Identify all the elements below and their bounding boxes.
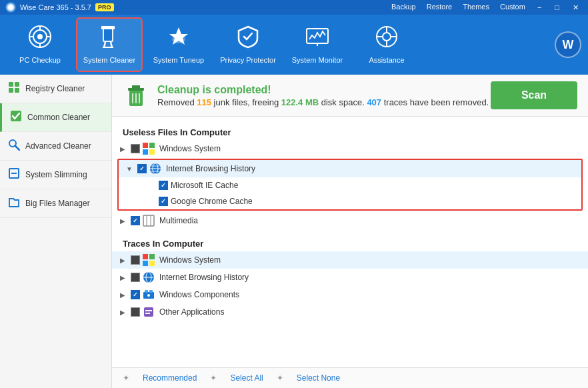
select-all-link[interactable]: Select All [230,373,263,383]
t-windows-system-label: Windows System [159,255,221,265]
svg-rect-53 [143,261,148,266]
useless-section-header: Useless Files In Computer [112,122,588,140]
internet-browsing-label: Internet Browsing History [166,164,255,173]
svg-rect-59 [145,290,148,293]
pro-badge: PRO [95,3,114,11]
tree-row[interactable]: ▶ Windows System [112,251,588,269]
tree-row[interactable]: ▶ ✓ Multimedia [112,212,588,229]
multimedia-label: Multimedia [159,216,198,225]
dot3: ✦ [277,373,283,383]
tree-row[interactable]: ▶ ✓ Google Chrome Cache [119,193,581,209]
junk-count: 115 [197,97,211,107]
svg-rect-15 [307,29,328,43]
backup-btn[interactable]: Backup [389,2,419,13]
t-internet-browsing-label: Internet Browsing History [159,273,249,282]
windows-system-label: Windows System [159,144,221,153]
system-cleaner-icon [97,25,121,52]
svg-rect-12 [101,26,115,29]
sidebar-item-common-cleaner[interactable]: Common Cleaner [0,103,111,132]
ie-cache-label: Microsoft IE Cache [171,181,238,190]
sidebar-label-advanced-cleaner: Advanced Cleaner [25,141,91,151]
svg-line-9 [104,42,105,47]
registry-cleaner-icon [8,81,20,96]
bottom-bar: ✦ Recommended ✦ Select All ✦ Select None [112,367,588,388]
expand-icon[interactable]: ▶ [117,255,128,265]
sidebar-label-common-cleaner: Common Cleaner [27,113,90,122]
expand-icon[interactable]: ▼ [124,163,135,174]
nav-item-system-tuneup[interactable]: System Tuneup [145,17,212,72]
svg-point-19 [383,33,391,41]
svg-rect-51 [143,254,148,259]
status-mid1: junk files, freeing [211,97,281,107]
sidebar-item-big-files-manager[interactable]: Big Files Manager [0,189,111,218]
svg-rect-26 [9,88,13,93]
dot1: ✦ [123,373,129,383]
assistance-icon [375,25,399,52]
t-other-apps-label: Other Applications [159,307,224,317]
nav-item-pc-checkup[interactable]: PC Checkup [7,17,73,72]
tree-row[interactable]: ▶ Other Applications [112,303,588,321]
tree-row[interactable]: ▶ ✓ Windows Components [112,286,588,303]
svg-rect-40 [149,143,155,148]
advanced-cleaner-icon [8,139,20,153]
expand-icon[interactable]: ▶ [117,289,128,300]
svg-rect-24 [9,82,13,87]
tree-row[interactable]: ▼ ✓ Internet Browsing History [119,160,581,177]
system-tuneup-icon [167,25,191,52]
svg-rect-8 [104,29,112,41]
expand-icon[interactable]: ▶ [117,307,128,317]
restore-btn[interactable]: Restore [424,2,455,13]
svg-rect-64 [145,313,150,314]
sidebar-label-registry-cleaner: Registry Cleaner [25,84,85,93]
svg-rect-60 [149,290,153,293]
nav-bar: PC Checkup System Cleaner System Tuneup [0,15,588,75]
system-slimming-icon [8,167,20,182]
dot2: ✦ [210,373,217,383]
big-files-icon [8,196,20,211]
system-monitor-icon [305,25,329,52]
sidebar-item-registry-cleaner[interactable]: Registry Cleaner [0,75,111,103]
minimize-btn[interactable]: − [533,2,545,13]
nav-item-assistance[interactable]: Assistance [353,17,420,72]
svg-rect-35 [132,85,140,89]
tree-row[interactable]: ▶ ✓ Microsoft IE Cache [119,177,581,193]
status-prefix: Removed [157,97,197,107]
expand-icon[interactable]: ▶ [117,272,128,283]
tree-row[interactable]: ▶ Internet Browsing History [112,269,588,286]
sidebar-item-advanced-cleaner[interactable]: Advanced Cleaner [0,132,111,161]
title-bar: Wise Care 365 - 3.5.7 PRO Backup Restore… [0,0,588,15]
expand-icon[interactable]: ▶ [117,215,128,226]
nav-label-system-tuneup: System Tuneup [153,56,204,65]
title-bar-left: Wise Care 365 - 3.5.7 PRO [5,2,114,13]
nav-label-pc-checkup: PC Checkup [19,56,61,65]
app-title: Wise Care 365 - 3.5.7 [20,3,91,11]
themes-btn[interactable]: Themes [460,2,492,13]
status-title: Cleanup is completed! [157,84,489,96]
common-cleaner-icon [10,110,22,125]
nav-item-system-cleaner[interactable]: System Cleaner [76,17,143,72]
svg-rect-54 [149,261,155,266]
expand-icon[interactable]: ▶ [117,143,128,154]
maximize-btn[interactable]: □ [551,2,563,13]
privacy-protector-icon [236,25,260,52]
traces-count: 407 [367,97,381,107]
svg-rect-63 [145,310,152,311]
scan-button[interactable]: Scan [491,81,577,109]
nav-label-privacy-protector: Privacy Protector [220,56,276,65]
avatar-button[interactable]: W [555,31,581,58]
close-btn[interactable]: ✕ [569,2,583,13]
tree-row[interactable]: ▶ Windows System [112,140,588,157]
svg-point-2 [37,34,43,39]
svg-rect-27 [15,88,19,93]
sidebar-item-system-slimming[interactable]: System Slimming [0,161,111,189]
custom-btn[interactable]: Custom [497,2,528,13]
disk-space: 122.4 MB [281,97,319,107]
recommended-link[interactable]: Recommended [143,373,197,383]
traces-section-header: Traces In Computer [112,233,588,251]
svg-rect-48 [143,215,154,226]
main-area: Registry Cleaner Common Cleaner Advanced… [0,75,588,388]
nav-item-system-monitor[interactable]: System Monitor [284,17,351,72]
nav-item-privacy-protector[interactable]: Privacy Protector [215,17,281,72]
select-none-link[interactable]: Select None [297,373,340,383]
sidebar: Registry Cleaner Common Cleaner Advanced… [0,75,112,388]
